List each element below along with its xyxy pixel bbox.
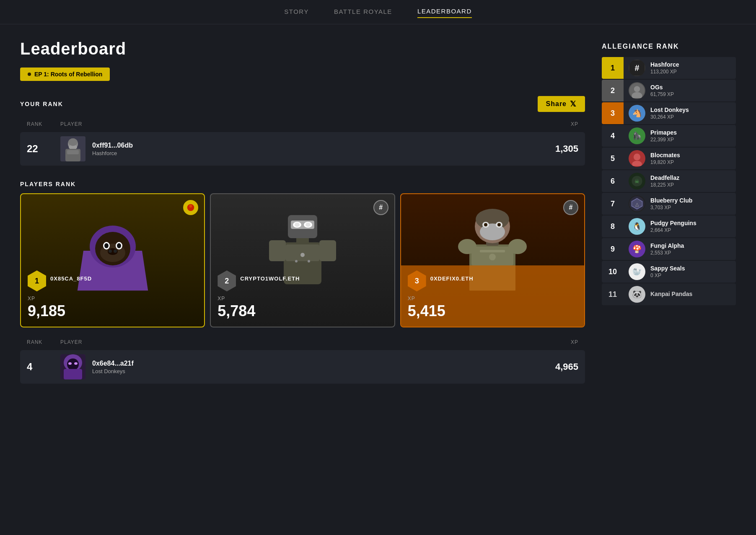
card-1-address: 0X85CA_8F5D [50, 275, 92, 282]
allegiance-rank-3: 3 [602, 102, 624, 124]
allegiance-xp-3: 30,264 XP [650, 114, 736, 120]
card-1-rank-hex: 1 [28, 270, 46, 291]
svg-point-30 [306, 223, 311, 227]
lower-player-col: PLAYER [60, 339, 536, 345]
card-2-xp-value: 5,784 [217, 302, 387, 320]
your-rank-faction: Hashforce [92, 150, 536, 156]
your-rank-number: 22 [27, 143, 60, 155]
podium-card-1: 1 0X85CA_8F5D XP 9,185 [20, 193, 205, 327]
card-3-xp-label: XP [408, 296, 577, 301]
allegiance-rank-6: 6 [602, 170, 624, 192]
allegiance-info-6: Deadfellaz 18,225 XP [650, 174, 736, 188]
card-3-address: 0XDEFIX0.ETH [430, 275, 474, 282]
card-2-address: CRYPTO1WOLF.ETH [240, 275, 300, 282]
svg-point-32 [295, 260, 298, 262]
allegiance-item-1: 1 # Hashforce 113,200 XP [602, 57, 736, 79]
svg-point-44 [484, 223, 487, 226]
allegiance-item-5: 5 Blocmates 19,820 XP [602, 148, 736, 169]
nav-story[interactable]: STORY [284, 8, 309, 18]
svg-text:🐼: 🐼 [632, 290, 642, 299]
red-circle-icon [186, 203, 195, 212]
svg-point-57 [634, 86, 640, 92]
allegiance-info-10: Sappy Seals 0 XP [650, 265, 736, 278]
nav-battle-royale[interactable]: BATTLE ROYALE [334, 8, 392, 18]
card-2-rank-hex: 2 [217, 270, 236, 291]
players-rank-header: PLAYERS RANK [20, 181, 585, 187]
hash-icon-3: # [569, 204, 573, 211]
svg-point-19 [189, 205, 192, 208]
svg-point-52 [74, 362, 78, 365]
hash-icon-2: # [379, 204, 383, 211]
allegiance-rank-7: 7 [602, 193, 624, 215]
allegiance-item-6: 6 ☠ Deadfellaz 18,225 XP [602, 170, 736, 192]
allegiance-name-4: Primapes [650, 129, 736, 136]
svg-text:🐴: 🐴 [632, 109, 642, 118]
card-1-xp-value: 9,185 [28, 302, 197, 320]
allegiance-rank-4: 4 [602, 125, 624, 147]
rank-4-player-info: 0x6e84...a21f Lost Donkeys [92, 360, 536, 374]
allegiance-info-3: Lost Donkeys 30,264 XP [650, 106, 736, 120]
allegiance-rank-2: 2 [602, 80, 624, 101]
your-rank-table-header: RANK PLAYER XP [20, 118, 585, 130]
rank-4-avatar [60, 354, 85, 379]
x-icon: 𝕏 [570, 99, 577, 109]
allegiance-item-9: 9 🍄 Fungi Alpha 2,553 XP [602, 238, 736, 260]
svg-point-37 [508, 239, 527, 254]
allegiance-icon-donkeys: 🐴 [629, 105, 645, 122]
svg-rect-46 [480, 250, 505, 252]
rank-col-header: RANK [27, 121, 60, 127]
page-title: Leaderboard [20, 39, 585, 58]
allegiance-list: 1 # Hashforce 113,200 XP 2 OGs 61,759 XP [602, 57, 736, 305]
svg-point-5 [68, 138, 78, 146]
allegiance-icon-deadfellaz: ☠ [629, 173, 645, 190]
allegiance-name-8: Pudgy Penguins [650, 220, 736, 226]
allegiance-icon-primapes: 🦍 [629, 127, 645, 144]
allegiance-name-2: OGs [650, 84, 736, 91]
your-rank-player-info: 0xff91...06db Hashforce [92, 142, 536, 156]
left-panel: Leaderboard EP 1: Roots of Rebellion YOU… [20, 39, 602, 388]
your-rank-address: 0xff91...06db [92, 142, 536, 149]
allegiance-title: ALLEGIANCE RANK [602, 43, 736, 50]
allegiance-name-1: Hashforce [650, 61, 736, 68]
player-col-header: PLAYER [60, 121, 536, 127]
allegiance-info-1: Hashforce 113,200 XP [650, 61, 736, 75]
svg-text:🐧: 🐧 [632, 222, 642, 231]
allegiance-item-7: 7 △ Blueberry Club 3,703 XP [602, 193, 736, 215]
allegiance-info-2: OGs 61,759 XP [650, 84, 736, 97]
svg-text:🍄: 🍄 [632, 244, 642, 254]
right-panel: ALLEGIANCE RANK 1 # Hashforce 113,200 XP… [602, 39, 736, 388]
allegiance-name-3: Lost Donkeys [650, 106, 736, 113]
allegiance-xp-1: 113,200 XP [650, 69, 736, 75]
nav-leaderboard[interactable]: LEADERBOARD [417, 8, 472, 18]
svg-point-64 [634, 153, 640, 160]
allegiance-icon-seals: 🦭 [629, 263, 645, 280]
allegiance-item-2: 2 OGs 61,759 XP [602, 80, 736, 101]
svg-point-33 [308, 260, 310, 262]
card-3-faction-icon: # [563, 200, 578, 215]
players-rank-section: PLAYERS RANK [20, 181, 585, 384]
svg-point-45 [497, 223, 501, 226]
lower-rank-row-4: 4 0x6e84... [20, 350, 585, 384]
allegiance-xp-2: 61,759 XP [650, 91, 736, 97]
allegiance-rank-5: 5 [602, 148, 624, 169]
episode-badge[interactable]: EP 1: Roots of Rebellion [20, 68, 110, 81]
allegiance-xp-5: 19,820 XP [650, 159, 736, 165]
podium-card-2: # 2 CRYPTO1WOLF.ETH XP 5,784 [210, 193, 395, 327]
players-rank-title: PLAYERS RANK [20, 181, 76, 187]
lower-xp-col: XP [536, 339, 578, 345]
card-2-faction-icon: # [373, 200, 388, 215]
allegiance-info-8: Pudgy Penguins 2,664 XP [650, 220, 736, 233]
episode-label: EP 1: Roots of Rebellion [34, 71, 102, 78]
allegiance-info-9: Fungi Alpha 2,553 XP [650, 242, 736, 256]
svg-rect-22 [269, 240, 286, 261]
allegiance-name-11: Kanpai Pandas [650, 291, 736, 297]
share-label: Share [546, 100, 567, 108]
allegiance-xp-10: 0 XP [650, 273, 736, 278]
allegiance-icon-penguins: 🐧 [629, 218, 645, 235]
share-button[interactable]: Share 𝕏 [538, 96, 585, 112]
allegiance-rank-9: 9 [602, 238, 624, 260]
lower-rank-table-header: RANK PLAYER XP [20, 336, 585, 348]
podium-card-3: # 3 0XDEFIX0.ETH XP 5,415 [400, 193, 585, 327]
svg-text:#: # [634, 63, 639, 73]
allegiance-rank-1: 1 [602, 57, 624, 79]
